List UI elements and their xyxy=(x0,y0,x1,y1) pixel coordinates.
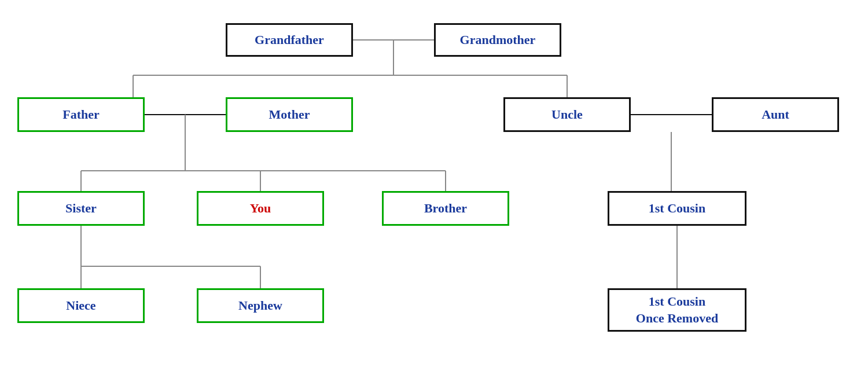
first-cousin-once-removed-label: 1st CousinOnce Removed xyxy=(636,293,718,326)
grandfather-node: Grandfather xyxy=(226,23,353,57)
brother-node: Brother xyxy=(382,191,509,226)
brother-label: Brother xyxy=(424,201,467,216)
father-node: Father xyxy=(17,97,145,132)
sister-label: Sister xyxy=(65,201,97,216)
grandmother-label: Grandmother xyxy=(460,32,536,47)
grandmother-node: Grandmother xyxy=(434,23,561,57)
father-label: Father xyxy=(62,107,100,122)
aunt-label: Aunt xyxy=(762,107,789,122)
first-cousin-node: 1st Cousin xyxy=(608,191,746,226)
you-label: You xyxy=(250,201,271,216)
family-tree: Grandfather Grandmother Father Mother Un… xyxy=(0,0,868,367)
mother-label: Mother xyxy=(269,107,310,122)
nephew-node: Nephew xyxy=(197,288,324,323)
grandfather-label: Grandfather xyxy=(255,32,324,47)
you-node: You xyxy=(197,191,324,226)
uncle-node: Uncle xyxy=(503,97,631,132)
niece-label: Niece xyxy=(66,298,95,313)
niece-node: Niece xyxy=(17,288,145,323)
first-cousin-once-removed-node: 1st CousinOnce Removed xyxy=(608,288,746,332)
mother-node: Mother xyxy=(226,97,353,132)
nephew-label: Nephew xyxy=(238,298,282,313)
first-cousin-label: 1st Cousin xyxy=(649,201,705,216)
sister-node: Sister xyxy=(17,191,145,226)
aunt-node: Aunt xyxy=(712,97,839,132)
uncle-label: Uncle xyxy=(551,107,583,122)
